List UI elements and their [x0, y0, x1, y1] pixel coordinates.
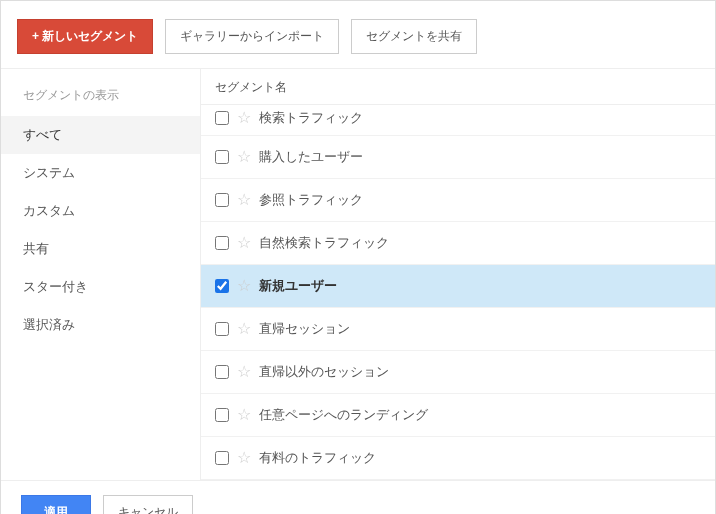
segment-row[interactable]: ☆新規ユーザー	[201, 265, 715, 308]
segment-name-header: セグメント名	[201, 69, 715, 105]
star-icon[interactable]: ☆	[237, 149, 251, 165]
segment-checkbox[interactable]	[215, 451, 229, 465]
import-from-gallery-button[interactable]: ギャラリーからインポート	[165, 19, 339, 54]
toolbar: + 新しいセグメント ギャラリーからインポート セグメントを共有	[1, 1, 715, 69]
star-icon[interactable]: ☆	[237, 450, 251, 466]
star-icon[interactable]: ☆	[237, 110, 251, 126]
segment-row[interactable]: ☆検索トラフィック	[201, 105, 715, 136]
segment-checkbox[interactable]	[215, 365, 229, 379]
segment-row[interactable]: ☆有料のトラフィック	[201, 437, 715, 480]
segment-label: 直帰以外のセッション	[259, 363, 389, 381]
segment-label: 任意ページへのランディング	[259, 406, 428, 424]
segment-label: 直帰セッション	[259, 320, 350, 338]
segment-row[interactable]: ☆直帰セッション	[201, 308, 715, 351]
segment-label: 参照トラフィック	[259, 191, 363, 209]
segment-label: 有料のトラフィック	[259, 449, 376, 467]
segment-checkbox[interactable]	[215, 150, 229, 164]
star-icon[interactable]: ☆	[237, 407, 251, 423]
share-segment-button[interactable]: セグメントを共有	[351, 19, 477, 54]
footer: 適用 キャンセル	[1, 480, 715, 514]
main-panel: セグメント名 ☆検索トラフィック☆購入したユーザー☆参照トラフィック☆自然検索ト…	[201, 69, 715, 480]
segment-label: 自然検索トラフィック	[259, 234, 389, 252]
segment-checkbox[interactable]	[215, 408, 229, 422]
segment-row[interactable]: ☆直帰以外のセッション	[201, 351, 715, 394]
sidebar-item-2[interactable]: カスタム	[1, 192, 200, 230]
segment-checkbox[interactable]	[215, 322, 229, 336]
segment-label: 新規ユーザー	[259, 277, 337, 295]
segment-row[interactable]: ☆自然検索トラフィック	[201, 222, 715, 265]
segment-dialog: + 新しいセグメント ギャラリーからインポート セグメントを共有 セグメントの表…	[0, 0, 716, 514]
apply-button[interactable]: 適用	[21, 495, 91, 514]
new-segment-button[interactable]: + 新しいセグメント	[17, 19, 153, 54]
segment-checkbox[interactable]	[215, 236, 229, 250]
segment-checkbox[interactable]	[215, 279, 229, 293]
sidebar-item-0[interactable]: すべて	[1, 116, 200, 154]
star-icon[interactable]: ☆	[237, 321, 251, 337]
segment-rows: ☆検索トラフィック☆購入したユーザー☆参照トラフィック☆自然検索トラフィック☆新…	[201, 105, 715, 480]
star-icon[interactable]: ☆	[237, 364, 251, 380]
star-icon[interactable]: ☆	[237, 192, 251, 208]
star-icon[interactable]: ☆	[237, 235, 251, 251]
segment-row[interactable]: ☆任意ページへのランディング	[201, 394, 715, 437]
segment-label: 購入したユーザー	[259, 148, 363, 166]
segment-checkbox[interactable]	[215, 111, 229, 125]
sidebar-item-5[interactable]: 選択済み	[1, 306, 200, 344]
sidebar-title: セグメントの表示	[1, 87, 200, 116]
segment-label: 検索トラフィック	[259, 109, 363, 127]
sidebar-item-4[interactable]: スター付き	[1, 268, 200, 306]
segment-row[interactable]: ☆参照トラフィック	[201, 179, 715, 222]
content: セグメントの表示 すべてシステムカスタム共有スター付き選択済み セグメント名 ☆…	[1, 69, 715, 480]
sidebar-item-3[interactable]: 共有	[1, 230, 200, 268]
cancel-button[interactable]: キャンセル	[103, 495, 193, 514]
sidebar-item-1[interactable]: システム	[1, 154, 200, 192]
segment-row[interactable]: ☆購入したユーザー	[201, 136, 715, 179]
star-icon[interactable]: ☆	[237, 278, 251, 294]
sidebar: セグメントの表示 すべてシステムカスタム共有スター付き選択済み	[1, 69, 201, 480]
segment-checkbox[interactable]	[215, 193, 229, 207]
